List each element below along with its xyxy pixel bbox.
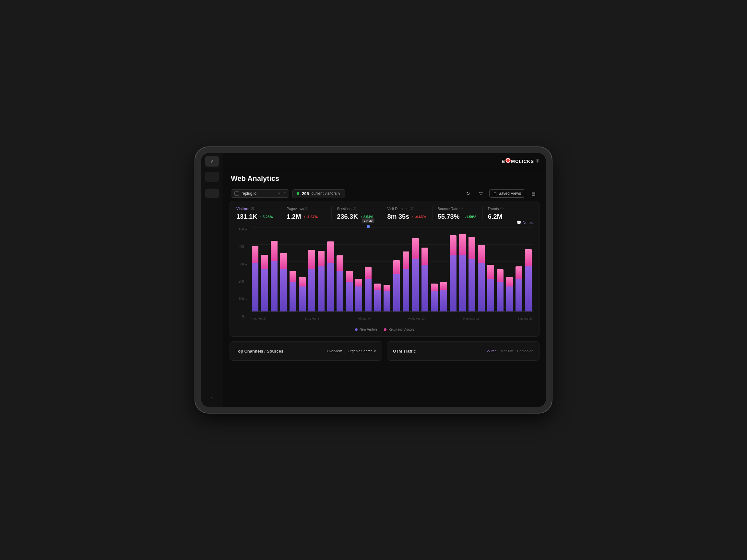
bar-stack-9 [336, 256, 344, 312]
stats-card: Visitors ⓘ 131.1K ↑ 5.28% Pageviews [230, 201, 540, 337]
stat-visitors-value: 131.1K ↑ 5.28% [236, 213, 276, 220]
sidebar-expand-chevron[interactable]: › [201, 395, 223, 407]
chart-bars-area: 1 Note [251, 228, 533, 312]
page-title: Web Analytics [231, 175, 538, 183]
utm-tab-medium[interactable]: Medium [500, 349, 513, 353]
refresh-button[interactable]: ↻ [463, 189, 473, 198]
logo-star-icon: ✳ [535, 158, 540, 164]
y-label-0: 0 – [242, 315, 247, 318]
bar-group-23 [467, 228, 476, 312]
bottom-row: Top Channels / Sources Overview | Organi… [230, 341, 540, 361]
bar-new-5 [299, 287, 306, 312]
channels-tab-overview[interactable]: Overview [327, 349, 342, 353]
bar-new-10 [346, 282, 353, 312]
bar-returning-2 [271, 241, 278, 261]
sidebar: ∨ › [201, 153, 223, 407]
logo: BMCLICKS ✳ [501, 158, 540, 164]
bar-stack-15 [392, 260, 401, 312]
bar-stack-11 [355, 279, 363, 312]
stat-sessions: Sessions ⓘ 236.3K ↑ 2.54% [332, 207, 382, 220]
stat-bounce-rate-change: ↓ -1.59% [462, 215, 476, 219]
y-label-400: 400 – [239, 245, 247, 248]
bar-new-20 [440, 290, 447, 312]
bar-returning-16 [403, 251, 410, 269]
bar-group-2 [270, 228, 278, 312]
bar-new-24 [478, 263, 485, 312]
bar-new-0 [252, 263, 259, 312]
sidebar-nav-item-2[interactable] [205, 189, 219, 198]
logo-circle-icon [506, 158, 511, 163]
utm-tab-campaign[interactable]: Campaign [517, 349, 533, 353]
channels-tab-organic[interactable]: Organic Search ∨ [348, 349, 376, 353]
bar-stack-1 [260, 255, 269, 312]
utm-title: UTM Traffic [393, 349, 485, 353]
bar-new-26 [497, 282, 504, 312]
bar-stack-4 [288, 271, 297, 312]
bar-new-19 [431, 291, 438, 312]
bar-group-0 [251, 228, 259, 312]
bar-stack-5 [298, 277, 306, 312]
dashboard: Visitors ⓘ 131.1K ↑ 5.28% Pageviews [223, 201, 546, 407]
bar-new-16 [403, 269, 410, 312]
bar-stack-19 [430, 284, 438, 312]
stat-visitors-change: ↑ 5.28% [260, 215, 273, 219]
stat-pageviews: Pageviews ⓘ 1.2M ↑ -1.67% [281, 207, 332, 220]
bar-stack-8 [327, 241, 335, 312]
tablet-frame: ∨ › BMCLICKS ✳ Web Analytics [195, 147, 552, 413]
bar-group-6 [307, 228, 316, 312]
bar-new-15 [393, 274, 400, 312]
bar-group-14 [383, 228, 391, 312]
bar-returning-11 [355, 279, 362, 287]
bar-stack-0 [251, 246, 259, 312]
bar-returning-12 [365, 267, 371, 279]
y-label-450: 450 – [239, 228, 247, 231]
bookmark-icon: ◻ [493, 191, 497, 196]
stats-row: Visitors ⓘ 131.1K ↑ 5.28% Pageviews [236, 207, 533, 220]
url-selector[interactable]: replug.io × ⌃ [231, 189, 289, 198]
bar-stack-18 [420, 247, 429, 312]
bar-group-28 [515, 228, 523, 312]
sidebar-collapse-btn[interactable]: ∨ [205, 156, 219, 166]
chart-x-axis: Tue, Feb 27 Sun, Mar 3 Fri, Mar 8 Wed, M… [251, 316, 533, 321]
bar-new-7 [318, 266, 325, 312]
bar-returning-14 [384, 285, 390, 291]
url-close-btn[interactable]: × [278, 191, 280, 196]
notes-link[interactable]: 💬 Notes [236, 220, 533, 225]
bar-returning-25 [487, 265, 494, 279]
y-label-300: 300 – [239, 263, 247, 266]
x-label-mar13: Wed, Mar 13 [408, 317, 425, 320]
stat-visit-duration-label: Visit Duration ⓘ [387, 207, 427, 211]
bar-group-17 [411, 228, 419, 312]
saved-views-button[interactable]: ◻ Saved Views [489, 189, 525, 198]
bar-new-9 [337, 271, 343, 312]
sidebar-nav-item-1[interactable] [205, 172, 219, 182]
bar-new-11 [355, 287, 362, 312]
legend-new-dot [355, 328, 358, 331]
x-label-feb27: Tue, Feb 27 [251, 317, 266, 320]
chart-legend: New Visitors Returning Visitors [236, 328, 533, 331]
bar-group-22 [458, 228, 467, 312]
stat-visitors-info-icon: ⓘ [251, 207, 254, 211]
bar-new-2 [271, 261, 278, 312]
calendar-button[interactable]: ▤ [529, 189, 538, 198]
x-label-mar3: Sun, Mar 3 [305, 317, 319, 320]
filter-button[interactable]: ▽ [476, 189, 486, 198]
bar-stack-12 [364, 267, 372, 312]
bar-group-3 [279, 228, 288, 312]
bar-new-13 [374, 290, 381, 312]
bar-stack-13 [374, 284, 382, 312]
chart-y-axis: 450 – 400 – 300 – 200 – 100 – 0 – [236, 228, 249, 318]
bar-new-1 [261, 269, 268, 312]
bar-new-3 [280, 269, 287, 312]
bar-returning-28 [516, 266, 522, 279]
bar-new-27 [506, 287, 513, 312]
bar-returning-20 [440, 282, 447, 290]
visitors-badge[interactable]: 295 current visitors ∨ [292, 189, 345, 198]
bar-returning-8 [327, 241, 334, 263]
utm-tabs: Source Medium Campaign [485, 349, 533, 353]
visitor-label: current visitors ∨ [312, 191, 341, 196]
bar-returning-29 [525, 249, 532, 266]
utm-tab-source[interactable]: Source [485, 349, 497, 353]
stat-visit-duration-change: ↑ -4.63% [412, 215, 426, 219]
bar-group-4 [288, 228, 297, 312]
